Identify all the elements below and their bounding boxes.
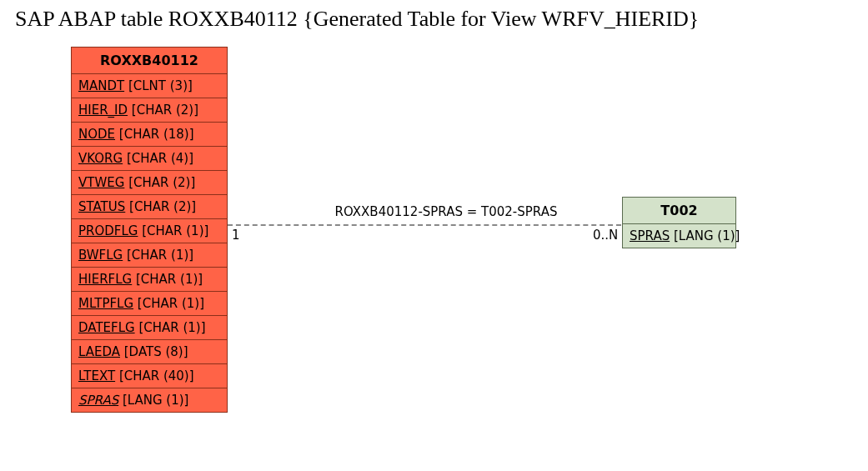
entity-header: ROXXB40112 (72, 48, 227, 74)
field-type: [CHAR (40)] (115, 368, 193, 383)
field-name: VKORG (78, 151, 123, 166)
entity-field-row: BWFLG [CHAR (1)] (72, 243, 227, 268)
field-name: NODE (78, 127, 115, 142)
entity-field-row: DATEFLG [CHAR (1)] (72, 316, 227, 340)
entity-field-row: LAEDA [DATS (8)] (72, 340, 227, 364)
entity-field-row: NODE [CHAR (18)] (72, 123, 227, 147)
field-type: [CHAR (4)] (123, 151, 193, 166)
field-type: [CHAR (1)] (135, 320, 206, 335)
field-type: [CHAR (1)] (133, 296, 204, 311)
field-type: [CHAR (2)] (125, 199, 196, 214)
relation-label: ROXXB40112-SPRAS = T002-SPRAS (292, 204, 600, 219)
entity-header: T002 (623, 198, 735, 224)
field-name: DATEFLG (78, 320, 135, 335)
relation-line (228, 224, 621, 226)
field-type: [LANG (1)] (670, 228, 740, 243)
page-title: SAP ABAP table ROXXB40112 {Generated Tab… (15, 7, 699, 32)
field-name: VTWEG (78, 175, 124, 190)
field-name: PRODFLG (78, 223, 138, 238)
field-name: HIER_ID (78, 103, 128, 118)
entity-field-row: HIER_ID [CHAR (2)] (72, 98, 227, 123)
field-type: [CHAR (2)] (128, 103, 198, 118)
entity-field-row: SPRAS [LANG (1)] (623, 224, 735, 248)
field-name: LTEXT (78, 368, 115, 383)
entity-field-row: PRODFLG [CHAR (1)] (72, 219, 227, 243)
field-type: [CHAR (1)] (138, 223, 208, 238)
field-name: MANDT (78, 78, 124, 93)
entity-t002: T002 SPRAS [LANG (1)] (622, 197, 736, 248)
field-name: LAEDA (78, 344, 120, 359)
entity-field-row: SPRAS [LANG (1)] (72, 388, 227, 412)
field-type: [CHAR (1)] (123, 248, 193, 263)
entity-roxxb40112: ROXXB40112 MANDT [CLNT (3)]HIER_ID [CHAR… (71, 47, 228, 413)
field-name: SPRAS (630, 228, 670, 243)
field-name: STATUS (78, 199, 125, 214)
cardinality-right: 0..N (593, 228, 618, 243)
entity-field-row: STATUS [CHAR (2)] (72, 195, 227, 219)
entity-field-row: HIERFLG [CHAR (1)] (72, 268, 227, 292)
field-name: HIERFLG (78, 272, 132, 287)
entity-field-row: VKORG [CHAR (4)] (72, 147, 227, 171)
field-name: SPRAS (78, 393, 118, 408)
entity-field-row: LTEXT [CHAR (40)] (72, 364, 227, 388)
field-type: [CHAR (1)] (132, 272, 203, 287)
field-type: [DATS (8)] (120, 344, 188, 359)
entity-field-row: MANDT [CLNT (3)] (72, 74, 227, 98)
field-name: BWFLG (78, 248, 123, 263)
entity-field-row: VTWEG [CHAR (2)] (72, 171, 227, 195)
field-type: [LANG (1)] (118, 393, 188, 408)
field-type: [CHAR (2)] (124, 175, 195, 190)
entity-field-row: MLTPFLG [CHAR (1)] (72, 292, 227, 316)
field-name: MLTPFLG (78, 296, 133, 311)
field-type: [CLNT (3)] (124, 78, 193, 93)
field-type: [CHAR (18)] (115, 127, 193, 142)
er-diagram: ROXXB40112 MANDT [CLNT (3)]HIER_ID [CHAR… (0, 42, 868, 471)
cardinality-left: 1 (232, 228, 240, 243)
